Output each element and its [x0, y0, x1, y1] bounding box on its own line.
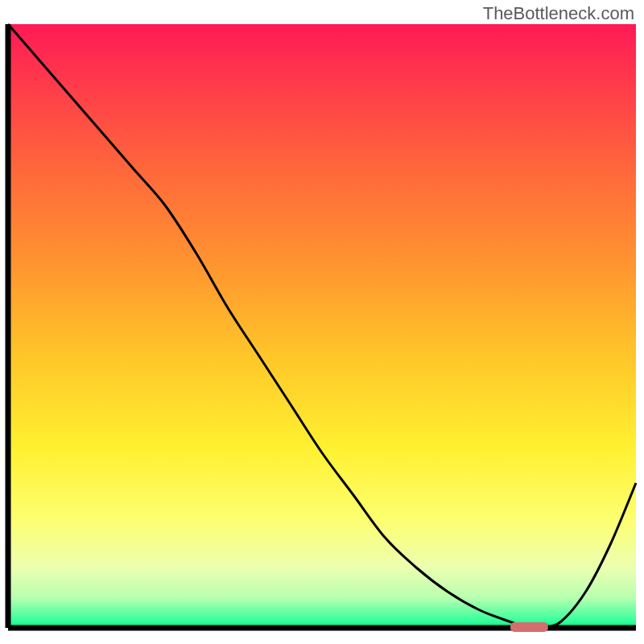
watermark-text: TheBottleneck.com [483, 3, 634, 24]
chart-svg [0, 0, 644, 644]
plot-background [8, 24, 636, 628]
chart-container: TheBottleneck.com [0, 0, 644, 644]
optimal-marker [510, 622, 548, 632]
